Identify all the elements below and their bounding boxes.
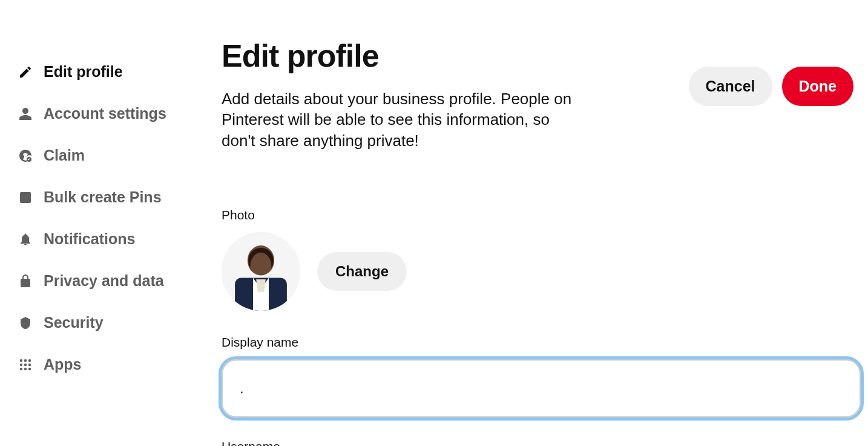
display-name-section: Display name xyxy=(222,335,862,418)
sidebar-item-claim[interactable]: Claim xyxy=(18,135,200,176)
username-section: Username xyxy=(222,439,862,446)
bell-icon xyxy=(18,232,33,247)
photo-row: Change xyxy=(222,232,862,311)
sidebar-item-notifications[interactable]: Notifications xyxy=(18,218,200,260)
svg-point-2 xyxy=(28,359,31,361)
sidebar-item-security[interactable]: Security xyxy=(18,302,200,344)
arrow-box-icon xyxy=(18,190,33,205)
svg-point-4 xyxy=(24,363,27,365)
person-icon xyxy=(18,107,33,121)
display-name-input[interactable] xyxy=(222,359,861,418)
grid-icon xyxy=(18,358,33,372)
sidebar-item-label: Security xyxy=(44,314,104,331)
svg-point-3 xyxy=(20,363,22,365)
svg-point-8 xyxy=(28,367,31,370)
sidebar-item-privacy-data[interactable]: Privacy and data xyxy=(18,260,200,302)
settings-sidebar: Edit profile Account settings Claim Bulk… xyxy=(18,51,200,385)
photo-label: Photo xyxy=(222,208,862,222)
svg-point-6 xyxy=(20,367,22,370)
action-buttons: Cancel Done xyxy=(689,67,853,106)
svg-point-1 xyxy=(24,359,27,361)
svg-point-0 xyxy=(20,359,22,361)
sidebar-item-label: Privacy and data xyxy=(44,272,164,290)
sidebar-item-account-settings[interactable]: Account settings xyxy=(18,93,200,135)
page-description: Add details about your business profile.… xyxy=(222,88,573,151)
change-photo-button[interactable]: Change xyxy=(317,252,407,291)
sidebar-item-apps[interactable]: Apps xyxy=(18,344,200,385)
sidebar-item-label: Edit profile xyxy=(44,63,123,81)
globe-check-icon xyxy=(18,148,33,163)
pencil-icon xyxy=(18,65,33,79)
cancel-button[interactable]: Cancel xyxy=(689,67,772,106)
display-name-label: Display name xyxy=(222,335,862,350)
shield-icon xyxy=(18,316,33,330)
sidebar-item-label: Account settings xyxy=(44,105,166,122)
sidebar-item-label: Claim xyxy=(44,147,85,164)
sidebar-item-label: Apps xyxy=(44,356,82,373)
done-button[interactable]: Done xyxy=(782,67,854,106)
svg-point-5 xyxy=(28,363,31,365)
photo-section: Photo Change xyxy=(222,208,862,311)
sidebar-item-bulk-create-pins[interactable]: Bulk create Pins xyxy=(18,176,200,218)
lock-icon xyxy=(18,274,33,288)
sidebar-item-edit-profile[interactable]: Edit profile xyxy=(18,51,200,93)
sidebar-item-label: Notifications xyxy=(44,230,135,248)
sidebar-item-label: Bulk create Pins xyxy=(44,188,162,206)
avatar xyxy=(222,232,300,311)
svg-point-7 xyxy=(24,367,27,370)
username-label: Username xyxy=(222,439,862,446)
